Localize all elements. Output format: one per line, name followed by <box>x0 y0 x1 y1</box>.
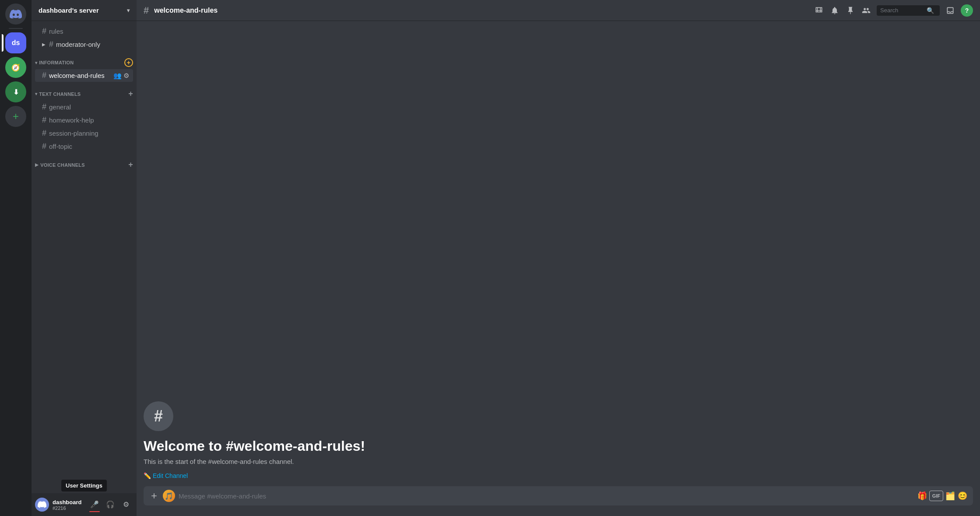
members-icon-button[interactable] <box>861 5 871 16</box>
settings-icon[interactable]: ⚙ <box>123 72 130 79</box>
hash-icon-2: # <box>49 40 53 49</box>
emoji-picker-button[interactable]: 😊 <box>957 491 968 501</box>
channel-welcome: # Welcome to #welcome-and-rules! This is… <box>137 384 980 486</box>
hash-icon-3: # <box>42 71 46 80</box>
user-panel: dashboard #2216 🎤 🎧 ⚙ User Settings <box>32 493 137 516</box>
user-avatar[interactable] <box>35 498 49 512</box>
channel-item-general[interactable]: # general <box>35 101 133 113</box>
user-info: dashboard #2216 <box>53 499 84 511</box>
channel-name-general: general <box>49 103 130 111</box>
channel-item-moderator-only[interactable]: ▶ # moderator-only <box>35 38 133 51</box>
category-text-left: ▾ TEXT CHANNELS <box>35 91 81 97</box>
username: dashboard <box>53 499 84 505</box>
invite-icon[interactable]: 👥 <box>114 72 121 79</box>
category-voice-channels-label: VOICE CHANNELS <box>40 162 84 168</box>
gif-button[interactable]: GIF <box>929 491 943 501</box>
channel-item-rules[interactable]: # rules <box>35 25 133 38</box>
category-text-channels[interactable]: ▾ TEXT CHANNELS + <box>32 82 137 100</box>
channel-header: # welcome-and-rules 🔍 <box>137 0 980 21</box>
channel-item-session-planning[interactable]: # session-planning <box>35 127 133 140</box>
hash-icon-5: # <box>42 116 46 125</box>
plus-circle-icon: + <box>127 59 130 66</box>
gift-icon-button[interactable]: 🎁 <box>917 491 927 501</box>
download-server-icon[interactable]: ⬇ <box>5 81 26 102</box>
compass-icon: 🧭 <box>11 63 20 72</box>
channel-name-off-topic: off-topic <box>49 143 130 150</box>
category-text-channels-label: TEXT CHANNELS <box>39 91 81 97</box>
category-voice-arrow-icon: ▶ <box>35 162 39 167</box>
hash-icon-4: # <box>42 102 46 112</box>
channel-name-rules: rules <box>49 28 130 35</box>
pin-icon-button[interactable] <box>845 5 856 16</box>
category-voice-channels[interactable]: ▶ VOICE CHANNELS + <box>32 153 137 171</box>
welcome-subtitle: This is the start of the #welcome-and-ru… <box>144 458 973 465</box>
channel-header-name: welcome-and-rules <box>154 7 218 14</box>
search-icon: 🔍 <box>927 7 934 14</box>
search-bar[interactable]: 🔍 <box>877 5 940 16</box>
channel-item-off-topic[interactable]: # off-topic <box>35 140 133 153</box>
help-icon-button[interactable]: ? <box>961 4 973 17</box>
category-information[interactable]: ▾ INFORMATION + <box>32 51 137 69</box>
emoji-activity-indicator[interactable]: 🎵 <box>163 490 175 502</box>
messages-area: # Welcome to #welcome-and-rules! This is… <box>137 21 980 486</box>
inbox-icon-button[interactable] <box>945 5 955 16</box>
edit-channel-link[interactable]: ✏️ Edit Channel <box>144 472 973 479</box>
channel-name-session-planning: session-planning <box>49 130 130 137</box>
plus-icon: + <box>13 110 19 123</box>
add-channel-button-information[interactable]: + <box>124 58 133 67</box>
category-text-arrow-icon: ▾ <box>35 91 37 96</box>
channel-list: # rules ▶ # moderator-only ▾ INFORMATION… <box>32 21 137 493</box>
bullet-icon: ▶ <box>42 42 46 47</box>
user-settings-button[interactable]: ⚙ <box>119 497 133 511</box>
channel-name-welcome: welcome-and-rules <box>49 72 111 79</box>
hash-icon: # <box>42 27 46 36</box>
user-discriminator: #2216 <box>53 505 84 511</box>
pencil-icon: ✏️ <box>144 472 151 479</box>
mute-indicator <box>89 511 100 512</box>
mute-button[interactable]: 🎤 <box>88 497 102 511</box>
discord-home-button[interactable] <box>5 4 26 25</box>
message-input[interactable] <box>179 488 913 505</box>
threads-icon-button[interactable] <box>814 5 824 16</box>
notification-bell-icon-button[interactable] <box>829 5 840 16</box>
server-header[interactable]: dashboard's server ▾ <box>32 0 137 21</box>
sticker-button[interactable]: 🗂️ <box>945 491 955 501</box>
channel-name-moderator-only: moderator-only <box>56 41 130 48</box>
category-information-label: INFORMATION <box>39 60 74 65</box>
message-input-bar: 🎵 🎁 GIF 🗂️ 😊 <box>144 486 973 505</box>
add-server-button[interactable]: + <box>5 106 26 127</box>
active-server-label: ds <box>12 39 20 47</box>
attach-button[interactable] <box>149 491 159 501</box>
compass-server-icon[interactable]: 🧭 <box>5 57 26 78</box>
welcome-title: Welcome to #welcome-and-rules! <box>144 438 973 454</box>
message-input-right-icons: 🎁 GIF 🗂️ 😊 <box>917 491 968 501</box>
server-list-divider <box>9 28 23 29</box>
search-input[interactable] <box>880 7 924 14</box>
welcome-channel-icon: # <box>144 401 173 431</box>
message-input-area: 🎵 🎁 GIF 🗂️ 😊 <box>137 486 980 516</box>
channel-item-homework-help[interactable]: # homework-help <box>35 114 133 126</box>
headphones-button[interactable]: 🎧 <box>103 497 117 511</box>
hash-icon-7: # <box>42 142 46 151</box>
channel-item-welcome-and-rules[interactable]: # welcome-and-rules 👥 ⚙ <box>35 69 133 82</box>
channel-header-hash-icon: # <box>144 5 149 16</box>
channel-name-homework-help: homework-help <box>49 116 130 124</box>
user-controls: 🎤 🎧 ⚙ <box>88 497 133 512</box>
add-voice-channel-button[interactable]: + <box>128 160 133 169</box>
chevron-down-icon: ▾ <box>127 7 130 14</box>
category-left: ▾ INFORMATION <box>35 60 74 65</box>
category-arrow-icon: ▾ <box>35 60 37 65</box>
add-text-channel-button[interactable]: + <box>128 89 133 98</box>
active-server-icon[interactable]: ds <box>5 32 26 53</box>
server-name: dashboard's server <box>39 7 99 14</box>
category-voice-left: ▶ VOICE CHANNELS <box>35 162 85 168</box>
question-mark-icon: ? <box>965 7 969 14</box>
channel-sidebar: dashboard's server ▾ # rules ▶ # moderat… <box>32 0 137 516</box>
gif-label: GIF <box>932 493 940 498</box>
download-icon: ⬇ <box>13 88 19 96</box>
hash-icon-6: # <box>42 129 46 138</box>
welcome-hash-icon: # <box>154 407 163 425</box>
mute-control: 🎤 <box>88 497 102 512</box>
main-content: # welcome-and-rules 🔍 <box>137 0 980 516</box>
edit-channel-label: Edit Channel <box>153 472 188 479</box>
